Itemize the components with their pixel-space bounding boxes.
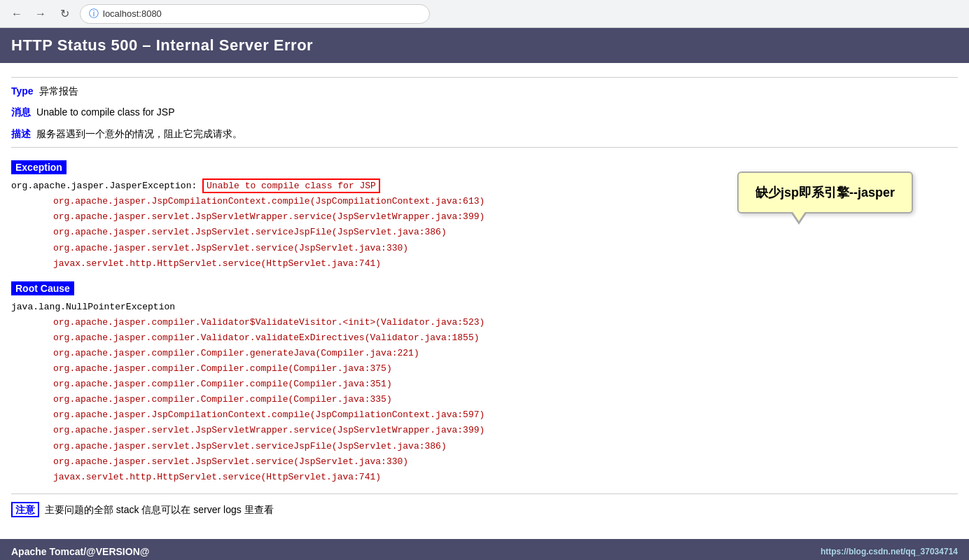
stack-line: org.apache.jasper.compiler.Compiler.comp… bbox=[53, 392, 958, 407]
exception-header: Exception bbox=[11, 160, 67, 174]
footer-text: Apache Tomcat/@VERSION@ bbox=[11, 546, 149, 557]
type-value: 异常报告 bbox=[39, 85, 78, 97]
stack-line: org.apache.jasper.servlet.JspServlet.ser… bbox=[53, 225, 958, 240]
description-row: 描述 服务器遇到一个意外的情况，阻止它完成请求。 bbox=[11, 126, 958, 141]
root-cause-main-text: java.lang.NullPointerException bbox=[11, 302, 175, 312]
message-value: Unable to compile class for JSP bbox=[36, 106, 175, 118]
back-button[interactable]: ← bbox=[8, 6, 25, 22]
reload-button[interactable]: ↻ bbox=[56, 6, 73, 22]
stack-line: javax.servlet.http.HttpServlet.service(H… bbox=[53, 470, 958, 485]
page-content: HTTP Status 500 – Internal Server Error … bbox=[0, 28, 969, 560]
type-label: Type bbox=[11, 85, 34, 97]
stack-line: org.apache.jasper.servlet.JspServlet.ser… bbox=[53, 241, 958, 256]
exception-main-text: org.apache.jasper.JasperException: Unabl… bbox=[11, 178, 380, 193]
type-row: Type 异常报告 bbox=[11, 83, 958, 99]
message-row: 消息 Unable to compile class for JSP bbox=[11, 104, 958, 120]
url-text: localhost:8080 bbox=[103, 8, 162, 19]
main-content: Type 异常报告 消息 Unable to compile class for… bbox=[0, 63, 969, 532]
description-value: 服务器遇到一个意外的情况，阻止它完成请求。 bbox=[36, 128, 242, 139]
stack-line: org.apache.jasper.compiler.Compiler.comp… bbox=[53, 361, 958, 377]
page-title: HTTP Status 500 – Internal Server Error bbox=[0, 28, 969, 63]
stack-line: org.apache.jasper.JspCompilationContext.… bbox=[53, 407, 958, 423]
description-label: 描述 bbox=[11, 128, 31, 139]
stack-line: org.apache.jasper.servlet.JspServlet.ser… bbox=[53, 439, 958, 454]
divider-3 bbox=[11, 493, 958, 494]
message-label: 消息 bbox=[11, 106, 31, 118]
divider-1 bbox=[11, 77, 958, 78]
stack-line: org.apache.jasper.servlet.JspServlet.ser… bbox=[53, 454, 958, 470]
callout-tooltip: 缺少jsp即系引擎--jasper bbox=[737, 172, 913, 214]
note-text: 主要问题的全部 stack 信息可以在 server logs 里查看 bbox=[45, 504, 274, 515]
note-row: 注意 主要问题的全部 stack 信息可以在 server logs 里查看 bbox=[11, 504, 958, 517]
browser-chrome: ← → ↻ ⓘ localhost:8080 bbox=[0, 0, 969, 28]
stack-line: org.apache.jasper.servlet.JspServletWrap… bbox=[53, 423, 958, 438]
address-bar[interactable]: ⓘ localhost:8080 bbox=[80, 4, 430, 24]
divider-2 bbox=[11, 147, 958, 148]
callout-text: 缺少jsp即系引擎--jasper bbox=[755, 186, 895, 200]
exception-highlight: Unable to compile class for JSP bbox=[202, 178, 380, 193]
page-footer: Apache Tomcat/@VERSION@ https://blog.csd… bbox=[0, 539, 969, 560]
exception-prefix: org.apache.jasper.JasperException: bbox=[11, 181, 202, 191]
note-label: 注意 bbox=[11, 502, 39, 517]
root-cause-stack: java.lang.NullPointerException org.apach… bbox=[11, 300, 958, 485]
footer-link: https://blog.csdn.net/qq_37034714 bbox=[821, 547, 958, 556]
root-cause-header: Root Cause bbox=[11, 281, 74, 295]
security-icon: ⓘ bbox=[89, 8, 99, 20]
stack-line: javax.servlet.http.HttpServlet.service(H… bbox=[53, 256, 958, 272]
stack-line: org.apache.jasper.compiler.Validator.val… bbox=[53, 330, 958, 346]
stack-line: org.apache.jasper.compiler.Compiler.gene… bbox=[53, 346, 958, 361]
stack-line: org.apache.jasper.compiler.Compiler.comp… bbox=[53, 377, 958, 392]
stack-line: org.apache.jasper.compiler.Validator$Val… bbox=[53, 315, 958, 330]
forward-button[interactable]: → bbox=[32, 6, 49, 22]
